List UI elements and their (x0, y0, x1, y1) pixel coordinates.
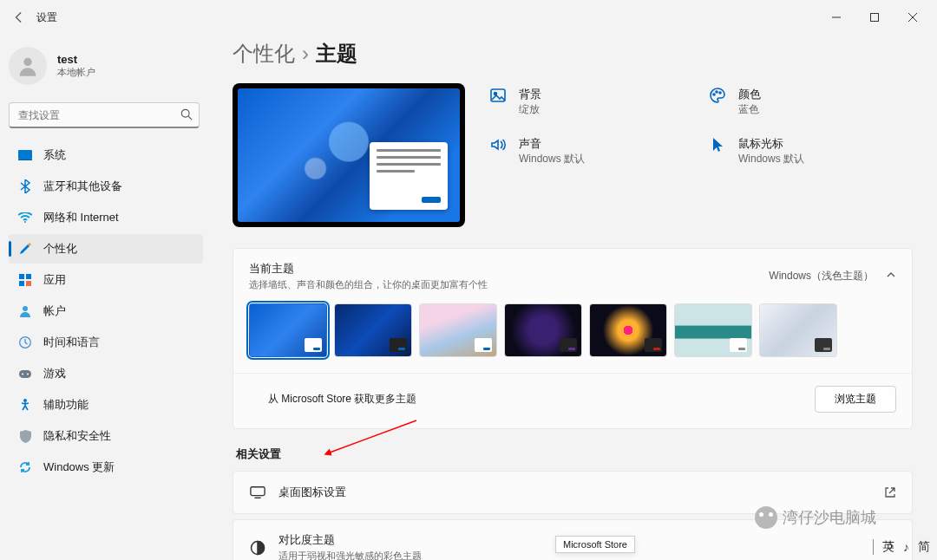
watermark: 湾仔沙电脑城 (755, 506, 876, 529)
wifi-icon (17, 210, 33, 225)
update-icon (17, 459, 33, 475)
breadcrumb-current: 主题 (316, 40, 357, 68)
theme-thumb-5[interactable] (674, 303, 752, 357)
svg-rect-3 (18, 150, 32, 160)
svg-point-5 (24, 221, 26, 223)
monitor-icon (249, 484, 266, 501)
theme-thumb-2[interactable] (419, 303, 497, 357)
main-content: 个性化 › 主题 背景绽放 颜色蓝色 (208, 35, 937, 560)
prop-background[interactable]: 背景绽放 (489, 87, 693, 117)
ime-mode-icon: ♪ (903, 540, 909, 554)
preview-window (370, 142, 448, 210)
svg-point-20 (719, 92, 721, 94)
svg-point-15 (23, 399, 27, 402)
theme-thumb-1[interactable] (334, 303, 412, 357)
svg-rect-8 (19, 281, 24, 286)
open-external-icon (884, 486, 896, 498)
svg-rect-21 (251, 487, 265, 496)
prop-sound[interactable]: 声音Windows 默认 (489, 136, 693, 166)
clock-icon (17, 335, 33, 350)
nav-bluetooth[interactable]: 蓝牙和其他设备 (9, 172, 203, 201)
svg-rect-9 (26, 281, 31, 286)
store-tooltip: Microsoft Store (555, 536, 635, 553)
ime-indicator[interactable]: 英 ♪ 简 (873, 539, 930, 555)
theme-thumb-4[interactable] (589, 303, 667, 357)
search-icon (180, 108, 193, 124)
related-settings-header: 相关设置 (236, 446, 913, 462)
sound-icon (489, 136, 507, 153)
bluetooth-icon (17, 179, 33, 194)
back-button[interactable] (5, 3, 33, 31)
chevron-up-icon (886, 270, 896, 283)
prop-cursor[interactable]: 鼠标光标Windows 默认 (709, 136, 913, 166)
theme-thumb-6[interactable] (759, 303, 837, 357)
theme-thumb-0[interactable] (249, 303, 327, 357)
nav-apps[interactable]: 应用 (9, 265, 203, 295)
system-icon (17, 147, 33, 163)
theme-thumbnails (233, 303, 912, 373)
svg-point-19 (716, 91, 717, 93)
svg-rect-16 (491, 89, 505, 101)
nav-accounts[interactable]: 帐户 (9, 296, 203, 326)
user-name: test (57, 53, 95, 66)
current-theme-name: Windows（浅色主题） (769, 269, 874, 283)
svg-point-1 (23, 58, 31, 66)
nav-privacy[interactable]: 隐私和安全性 (9, 421, 203, 451)
store-row: 从 Microsoft Store 获取更多主题 浏览主题 (233, 373, 912, 428)
brush-icon (17, 241, 33, 257)
wechat-icon (755, 506, 777, 529)
nav-time-language[interactable]: 时间和语言 (9, 328, 203, 357)
current-theme-row[interactable]: 当前主题 选择墙纸、声音和颜色的组合，让你的桌面更加富有个性 Windows（浅… (233, 249, 912, 303)
svg-point-2 (181, 109, 189, 117)
svg-rect-7 (26, 274, 31, 279)
browse-themes-button[interactable]: 浏览主题 (815, 386, 896, 413)
svg-point-14 (27, 373, 29, 374)
shield-icon (17, 428, 33, 444)
apps-icon (17, 272, 33, 288)
accounts-icon (17, 303, 33, 319)
user-type: 本地帐户 (57, 66, 95, 79)
minimize-button[interactable] (817, 3, 855, 31)
gaming-icon (17, 366, 33, 381)
avatar (9, 47, 47, 85)
svg-rect-0 (871, 14, 879, 22)
contrast-icon (249, 539, 266, 557)
theme-preview (233, 83, 465, 227)
svg-rect-6 (19, 274, 24, 279)
maximize-button[interactable] (855, 3, 894, 31)
svg-rect-12 (19, 370, 31, 378)
theme-thumb-3[interactable] (504, 303, 582, 357)
search-input[interactable] (9, 102, 200, 128)
themes-card: 当前主题 选择墙纸、声音和颜色的组合，让你的桌面更加富有个性 Windows（浅… (233, 248, 913, 429)
breadcrumb-parent[interactable]: 个性化 (233, 40, 295, 68)
svg-rect-4 (18, 160, 32, 160)
nav-windows-update[interactable]: Windows 更新 (9, 453, 203, 482)
nav-gaming[interactable]: 游戏 (9, 359, 203, 388)
image-icon (489, 87, 507, 104)
palette-icon (709, 87, 726, 104)
prop-color[interactable]: 颜色蓝色 (709, 87, 913, 117)
breadcrumb: 个性化 › 主题 (233, 40, 913, 68)
nav-accessibility[interactable]: 辅助功能 (9, 390, 203, 420)
accessibility-icon (17, 397, 33, 413)
sidebar: test 本地帐户 系统 蓝牙和其他设备 网络和 Internet 个性化 应用… (0, 35, 208, 560)
nav-network[interactable]: 网络和 Internet (9, 203, 203, 232)
svg-point-10 (23, 306, 28, 311)
nav-system[interactable]: 系统 (9, 140, 203, 170)
user-account[interactable]: test 本地帐户 (9, 35, 203, 97)
cursor-icon (709, 136, 726, 153)
window-title: 设置 (36, 10, 57, 25)
breadcrumb-sep: › (302, 42, 309, 66)
svg-point-13 (22, 373, 23, 374)
nav-personalization[interactable]: 个性化 (9, 234, 203, 264)
close-button[interactable] (894, 3, 932, 31)
svg-point-18 (713, 94, 715, 95)
